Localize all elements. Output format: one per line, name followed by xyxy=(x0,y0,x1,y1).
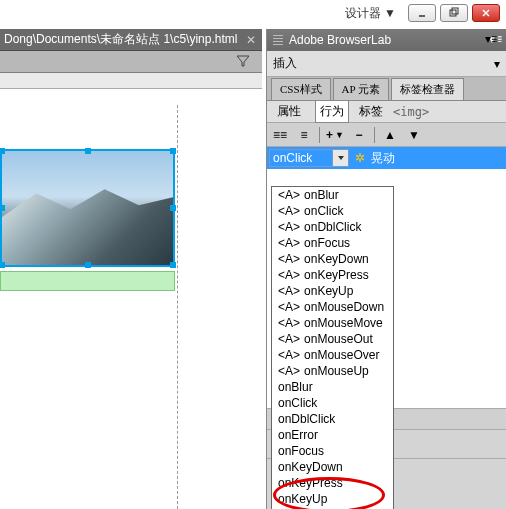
browserlab-panel-header[interactable]: Adobe BrowserLab ▾≡ xyxy=(267,29,506,51)
event-option[interactable]: <A>onKeyPress xyxy=(272,267,393,283)
tag-inspector-subtabs: 属性 行为 标签 <img> xyxy=(267,101,506,123)
event-option[interactable]: onClick xyxy=(272,395,393,411)
event-option[interactable]: <A>onKeyDown xyxy=(272,251,393,267)
show-set-icon[interactable]: ≡ xyxy=(295,126,313,144)
separator xyxy=(319,127,320,143)
remove-behavior-button[interactable]: − xyxy=(350,126,368,144)
table-element[interactable] xyxy=(0,271,175,291)
event-option[interactable]: <A>onMouseDown xyxy=(272,299,393,315)
horizontal-ruler xyxy=(0,73,262,89)
close-tab-icon[interactable]: ✕ xyxy=(246,33,256,47)
event-option[interactable]: <A>onMouseMove xyxy=(272,315,393,331)
event-option[interactable]: <A>onKeyUp xyxy=(272,283,393,299)
add-behavior-button[interactable]: +▼ xyxy=(326,128,344,142)
image-content xyxy=(2,185,173,265)
resize-handle-tm[interactable] xyxy=(85,148,91,154)
panel-tabs: CSS样式 AP 元素 标签检查器 ▾≡ xyxy=(267,77,506,101)
resize-handle-tr[interactable] xyxy=(170,148,176,154)
document-path: Dong\Documents\未命名站点 1\c5\yinp.html xyxy=(4,31,237,48)
behavior-row-selected[interactable]: onClick ✲ 晃动 xyxy=(267,147,506,169)
document-area[interactable] xyxy=(0,89,262,509)
event-option[interactable]: <A>onDblClick xyxy=(272,219,393,235)
subtab-behaviors[interactable]: 行为 xyxy=(315,100,349,123)
subtab-attributes[interactable]: 属性 xyxy=(273,101,305,122)
page-boundary-guide xyxy=(177,105,178,509)
event-select-value: onClick xyxy=(273,151,312,165)
event-option[interactable]: <A>onBlur xyxy=(272,187,393,203)
event-select[interactable]: onClick xyxy=(269,149,349,167)
behaviors-toolbar: ≡≡ ≡ +▼ − ▲ ▼ xyxy=(267,123,506,147)
event-option[interactable]: <A>onClick xyxy=(272,203,393,219)
move-down-icon[interactable]: ▼ xyxy=(405,126,423,144)
tag-value: <img> xyxy=(393,105,429,119)
resize-handle-tl[interactable] xyxy=(0,148,5,154)
tab-tag-inspector[interactable]: 标签检查器 xyxy=(391,78,464,100)
close-button[interactable] xyxy=(472,4,500,22)
event-option[interactable]: onKeyPress xyxy=(272,475,393,491)
insert-label: 插入 xyxy=(273,55,297,72)
filter-icon[interactable] xyxy=(236,54,250,71)
browserlab-title: Adobe BrowserLab xyxy=(289,33,391,47)
dropdown-arrow-icon[interactable] xyxy=(332,150,348,166)
gear-icon[interactable]: ✲ xyxy=(355,151,365,165)
designer-dropdown[interactable]: 设计器 ▼ xyxy=(337,3,404,24)
resize-handle-mr[interactable] xyxy=(170,205,176,211)
behavior-action: 晃动 xyxy=(371,150,504,167)
separator xyxy=(374,127,375,143)
event-option[interactable]: onDblClick xyxy=(272,411,393,427)
event-option[interactable]: <A>onMouseOut xyxy=(272,331,393,347)
tab-css[interactable]: CSS样式 xyxy=(271,78,331,100)
event-option[interactable]: onKeyDown xyxy=(272,459,393,475)
event-dropdown-list[interactable]: <A>onBlur<A>onClick<A>onDblClick<A>onFoc… xyxy=(271,186,394,509)
resize-handle-ml[interactable] xyxy=(0,205,5,211)
filter-bar xyxy=(0,51,262,73)
resize-handle-bm[interactable] xyxy=(85,262,91,268)
selected-image[interactable] xyxy=(0,149,175,267)
insert-dropdown-icon[interactable]: ▾ xyxy=(494,57,500,71)
event-option[interactable]: <A>onFocus xyxy=(272,235,393,251)
event-option[interactable]: onBlur xyxy=(272,379,393,395)
insert-panel-header[interactable]: 插入 ▾ xyxy=(267,51,506,77)
show-all-icon[interactable]: ≡≡ xyxy=(271,126,289,144)
document-path-bar: Dong\Documents\未命名站点 1\c5\yinp.html ✕ xyxy=(0,29,262,51)
svg-rect-2 xyxy=(452,8,458,14)
event-option[interactable]: <A>onMouseOver xyxy=(272,347,393,363)
move-up-icon[interactable]: ▲ xyxy=(381,126,399,144)
resize-handle-bl[interactable] xyxy=(0,262,5,268)
event-option[interactable]: onKeyUp xyxy=(272,491,393,507)
svg-rect-1 xyxy=(450,10,456,16)
panel-menu-icon[interactable]: ▾≡ xyxy=(485,32,498,46)
tag-label: 标签 xyxy=(359,103,383,120)
maximize-button[interactable] xyxy=(440,4,468,22)
event-option[interactable]: <A>onMouseUp xyxy=(272,363,393,379)
tab-ap-elements[interactable]: AP 元素 xyxy=(333,78,389,100)
resize-handle-br[interactable] xyxy=(170,262,176,268)
minimize-button[interactable] xyxy=(408,4,436,22)
event-option[interactable]: onError xyxy=(272,427,393,443)
design-canvas xyxy=(0,73,262,509)
event-option[interactable]: onFocus xyxy=(272,443,393,459)
